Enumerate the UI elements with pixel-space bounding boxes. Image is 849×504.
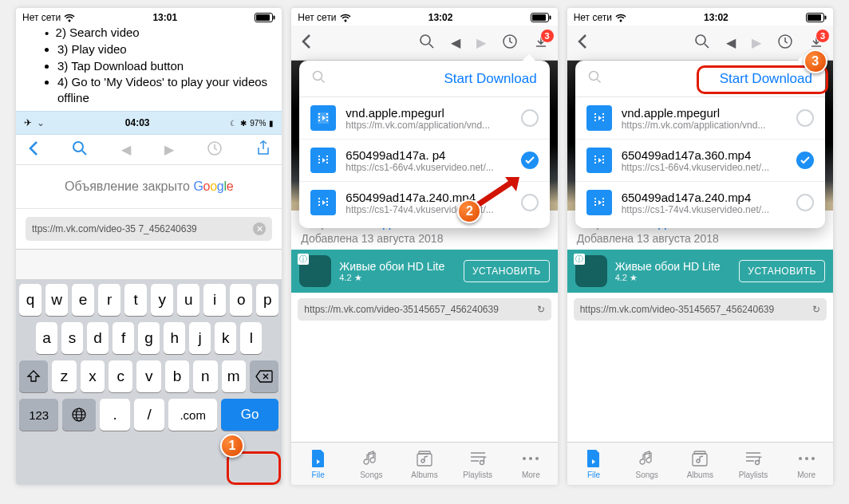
- key-go[interactable]: Go: [221, 399, 278, 431]
- tab-playlists[interactable]: Playlists: [727, 443, 780, 485]
- tab-more[interactable]: More: [780, 443, 833, 485]
- downloads-icon[interactable]: 3: [534, 33, 548, 53]
- key-e[interactable]: e: [72, 284, 94, 316]
- key-123[interactable]: 123: [19, 399, 58, 431]
- key-o[interactable]: o: [230, 284, 252, 316]
- key-h[interactable]: h: [164, 322, 185, 354]
- tab-albums[interactable]: Albums: [673, 443, 727, 485]
- prev-icon[interactable]: ◀: [726, 35, 736, 50]
- key-q[interactable]: q: [19, 284, 41, 316]
- back-icon[interactable]: [301, 33, 311, 53]
- download-item[interactable]: vnd.apple.mpegurlhttps://m.vk.com/applic…: [575, 97, 825, 140]
- select-radio[interactable]: [521, 152, 539, 169]
- tab-file[interactable]: File: [567, 443, 621, 485]
- battery-icon: ▮: [269, 119, 274, 128]
- select-radio[interactable]: [796, 194, 814, 211]
- select-radio[interactable]: [521, 109, 539, 127]
- key-k[interactable]: k: [215, 322, 236, 354]
- key-dot[interactable]: .: [100, 399, 130, 431]
- url-input[interactable]: ttps://m.vk.com/video-35 7_456240639 ✕: [26, 217, 272, 241]
- download-item[interactable]: 650499ad147a.360.mp4https://cs1-66v4.vku…: [575, 140, 825, 182]
- ad-install-button[interactable]: УСТАНОВИТЬ: [739, 260, 825, 282]
- prev-icon[interactable]: ◀: [121, 142, 131, 157]
- key-c[interactable]: c: [109, 360, 132, 392]
- key-z[interactable]: z: [52, 360, 76, 392]
- key-n[interactable]: n: [193, 360, 217, 392]
- url-text: https://m.vk.com/video-35145657_45624063…: [304, 304, 499, 315]
- history-icon[interactable]: [207, 140, 223, 159]
- key-l[interactable]: l: [240, 322, 262, 354]
- key-d[interactable]: d: [87, 322, 109, 354]
- key-w[interactable]: w: [45, 284, 68, 316]
- dropdown-search-icon[interactable]: [312, 70, 326, 88]
- ad-rating: 4.2 ★: [615, 273, 732, 283]
- key-y[interactable]: y: [151, 284, 173, 316]
- svg-rect-26: [326, 120, 328, 121]
- tab-songs[interactable]: Songs: [620, 443, 673, 485]
- key-s[interactable]: s: [61, 322, 83, 354]
- next-icon[interactable]: ▶: [752, 35, 761, 50]
- tab-bar: File Songs Albums Playlists More: [567, 442, 833, 485]
- svg-point-11: [523, 457, 526, 460]
- search-icon[interactable]: [72, 140, 88, 159]
- history-icon[interactable]: [777, 33, 793, 53]
- reload-icon[interactable]: ↻: [812, 304, 820, 315]
- dropdown-search-icon[interactable]: [588, 70, 602, 88]
- download-item[interactable]: vnd.apple.mpegurlhttps://m.vk.com/applic…: [299, 97, 549, 140]
- svg-point-45: [811, 457, 815, 460]
- status-bar: Нет сети 13:01: [16, 8, 282, 26]
- battery-icon: [806, 13, 827, 22]
- search-icon[interactable]: [419, 33, 435, 53]
- search-icon[interactable]: [694, 33, 710, 53]
- tab-songs[interactable]: Songs: [345, 443, 398, 485]
- back-icon[interactable]: [577, 33, 587, 53]
- key-v[interactable]: v: [136, 360, 160, 392]
- key-slash[interactable]: /: [134, 399, 164, 431]
- prev-icon[interactable]: ◀: [451, 35, 460, 50]
- key-com[interactable]: .com: [168, 399, 217, 431]
- status-time: 13:01: [152, 12, 177, 23]
- url-bar[interactable]: https://m.vk.com/video-35145657_45624063…: [298, 298, 551, 321]
- key-x[interactable]: x: [81, 360, 105, 392]
- back-icon[interactable]: [27, 140, 38, 159]
- tab-more[interactable]: More: [504, 443, 558, 485]
- tab-playlists[interactable]: Playlists: [451, 443, 504, 485]
- download-item[interactable]: 650499ad147a.240.mp4https://cs1-74v4.vku…: [575, 182, 825, 223]
- start-download-button[interactable]: Start Download: [720, 71, 812, 87]
- svg-rect-67: [602, 198, 604, 199]
- select-radio[interactable]: [796, 152, 814, 169]
- ad-banner[interactable]: ⓘ Живые обои HD Lite 4.2 ★ УСТАНОВИТЬ: [567, 250, 833, 293]
- tab-albums[interactable]: Albums: [398, 443, 452, 485]
- key-j[interactable]: j: [189, 322, 211, 354]
- key-p[interactable]: p: [256, 284, 278, 316]
- svg-rect-37: [326, 201, 328, 203]
- key-g[interactable]: g: [138, 322, 160, 354]
- ad-install-button[interactable]: УСТАНОВИТЬ: [464, 260, 550, 282]
- key-f[interactable]: f: [113, 322, 134, 354]
- key-globe[interactable]: [62, 399, 96, 431]
- start-download-button[interactable]: Start Download: [444, 71, 536, 87]
- key-shift[interactable]: [19, 360, 48, 392]
- url-bar[interactable]: https://m.vk.com/video-35145657_45624063…: [574, 298, 827, 321]
- select-radio[interactable]: [796, 109, 814, 127]
- key-r[interactable]: r: [98, 284, 120, 316]
- next-icon[interactable]: ▶: [164, 142, 174, 157]
- clear-url-icon[interactable]: ✕: [253, 222, 266, 235]
- moon-icon: ☾: [230, 119, 237, 128]
- key-delete[interactable]: [250, 360, 278, 392]
- key-t[interactable]: t: [124, 284, 147, 316]
- share-icon[interactable]: [256, 140, 270, 159]
- key-u[interactable]: u: [177, 284, 199, 316]
- history-icon[interactable]: [502, 33, 518, 53]
- reload-icon[interactable]: ↻: [537, 304, 545, 315]
- status-time: 13:02: [428, 12, 453, 23]
- battery-icon: [531, 13, 551, 22]
- key-i[interactable]: i: [203, 284, 226, 316]
- key-b[interactable]: b: [165, 360, 189, 392]
- key-a[interactable]: a: [36, 322, 57, 354]
- video-file-icon: [586, 105, 612, 131]
- ad-banner[interactable]: ⓘ Живые обои HD Lite 4.2 ★ УСТАНОВИТЬ: [291, 250, 557, 293]
- tab-file[interactable]: File: [291, 443, 345, 485]
- key-m[interactable]: m: [222, 360, 246, 392]
- next-icon[interactable]: ▶: [476, 35, 486, 50]
